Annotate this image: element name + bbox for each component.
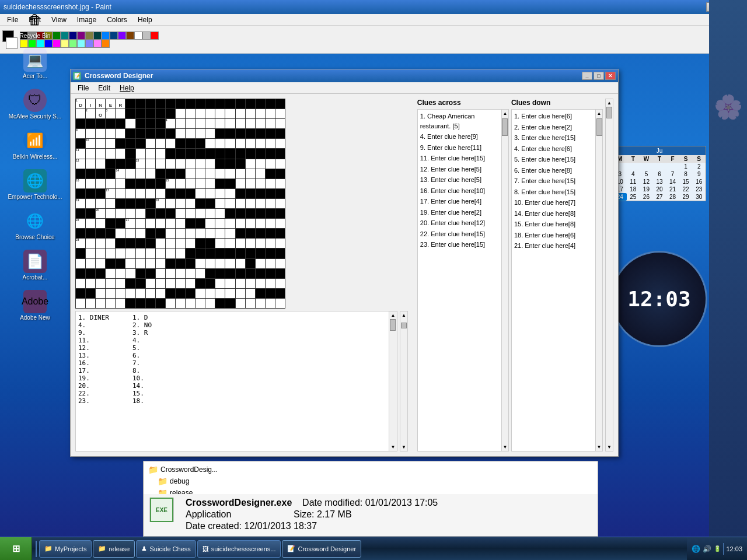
cell-5-12[interactable] — [196, 149, 205, 159]
cell-20-20[interactable] — [275, 298, 285, 308]
cell-15-3[interactable] — [106, 249, 116, 258]
cell-14-8[interactable] — [155, 239, 165, 249]
cell-16-17[interactable] — [245, 258, 255, 268]
clues-outer-scroll-up[interactable]: ▲ — [606, 99, 613, 107]
clue-down-10[interactable]: 10. Enter clue here[7] — [513, 197, 594, 208]
cell-3-10[interactable] — [175, 129, 185, 139]
cell-8-4[interactable] — [116, 178, 125, 188]
wordlist-scrollbar[interactable]: ▲ ▼ — [389, 312, 397, 451]
cell-13-9[interactable] — [165, 229, 175, 239]
clue-down-18[interactable]: 18. Enter clue here[6] — [513, 230, 594, 241]
cell-6-14[interactable] — [215, 159, 225, 169]
across-scroll-up[interactable]: ▲ — [501, 110, 508, 117]
cell-19-7[interactable] — [145, 288, 155, 298]
cell-0-20[interactable] — [275, 99, 285, 109]
cell-0-9[interactable] — [165, 99, 175, 109]
cell-4-18[interactable] — [255, 139, 265, 149]
cell-16-13[interactable] — [205, 258, 215, 268]
cell-10-20[interactable] — [275, 198, 285, 208]
cell-8-15[interactable] — [225, 178, 235, 188]
cell-2-13[interactable] — [205, 119, 215, 129]
cell-18-17[interactable] — [245, 278, 255, 288]
wordlist-scroll-down2[interactable]: ▼ — [400, 443, 407, 451]
cell-17-7[interactable] — [145, 268, 155, 278]
cell-14-4[interactable] — [116, 239, 125, 249]
clue-down-8[interactable]: 8. Enter clue here[15] — [513, 187, 594, 198]
cell-6-3[interactable] — [106, 159, 116, 169]
palette-olive2[interactable] — [85, 32, 93, 40]
clue-down-6[interactable]: 6. Enter clue here[8] — [513, 165, 594, 176]
cell-9-15[interactable] — [225, 188, 235, 198]
clue-across-20[interactable]: 20. Enter clue here[12] — [419, 218, 500, 229]
cell-13-15[interactable] — [225, 229, 235, 239]
palette-navy[interactable] — [69, 32, 77, 40]
cell-20-1[interactable] — [86, 298, 96, 308]
cell-10-7[interactable] — [145, 198, 155, 208]
cell-17-15[interactable] — [225, 268, 235, 278]
cell-19-5[interactable] — [125, 288, 135, 298]
cell-11-5[interactable] — [125, 209, 135, 219]
cell-9-14[interactable] — [215, 188, 225, 198]
cell-16-12[interactable] — [196, 258, 205, 268]
cell-11-0[interactable] — [76, 209, 86, 219]
cell-16-7[interactable] — [145, 258, 155, 268]
cell-13-12[interactable] — [196, 229, 205, 239]
cell-18-1[interactable] — [86, 278, 96, 288]
cell-3-0[interactable]: 9 — [76, 129, 86, 139]
cell-13-18[interactable] — [255, 229, 265, 239]
clues-outer-scroll-down[interactable]: ▼ — [606, 443, 613, 451]
cell-7-17[interactable] — [245, 169, 255, 178]
cell-0-10[interactable] — [175, 99, 185, 109]
palette-orange[interactable] — [102, 40, 110, 48]
cell-9-13[interactable] — [205, 188, 215, 198]
cell-0-11[interactable] — [186, 99, 196, 109]
cell-10-8[interactable]: 18 — [155, 198, 165, 208]
cell-20-7[interactable] — [145, 298, 155, 308]
cell-10-3[interactable] — [106, 198, 116, 208]
cell-17-17[interactable] — [245, 268, 255, 278]
palette-dark-blue[interactable] — [110, 32, 118, 40]
desktop-icon-browse[interactable]: 🌐 Browse Choice — [3, 207, 67, 243]
cell-5-0[interactable]: 11 — [76, 149, 86, 159]
desktop-icon-adobe[interactable]: Adobe Adobe New — [3, 288, 67, 323]
cell-18-8[interactable] — [155, 278, 165, 288]
cell-9-11[interactable] — [186, 188, 196, 198]
cell-17-2[interactable] — [96, 268, 106, 278]
cell-20-17[interactable] — [245, 298, 255, 308]
cell-10-5[interactable] — [125, 198, 135, 208]
cell-1-1[interactable]: 2 — [86, 109, 96, 119]
cell-7-5[interactable] — [125, 169, 135, 178]
cell-12-6[interactable] — [135, 219, 145, 229]
cell-10-9[interactable] — [165, 198, 175, 208]
cell-2-5[interactable] — [125, 119, 135, 129]
taskbar-item-crossword[interactable]: 📝 Crossword Designer — [282, 540, 361, 558]
cell-0-19[interactable] — [265, 99, 275, 109]
cell-20-12[interactable] — [196, 298, 205, 308]
cell-18-3[interactable] — [106, 278, 116, 288]
cell-17-12[interactable] — [196, 268, 205, 278]
down-scroll-thumb[interactable] — [596, 118, 602, 136]
cell-4-11[interactable] — [186, 139, 196, 149]
cell-6-8[interactable] — [155, 159, 165, 169]
cell-5-3[interactable] — [106, 149, 116, 159]
cell-7-16[interactable] — [235, 169, 245, 178]
cell-17-4[interactable] — [116, 268, 125, 278]
cell-4-19[interactable] — [265, 139, 275, 149]
cell-3-19[interactable] — [265, 129, 275, 139]
cell-15-13[interactable] — [205, 249, 215, 258]
cell-2-3[interactable] — [106, 119, 116, 129]
cell-19-13[interactable] — [205, 288, 215, 298]
cell-2-20[interactable] — [275, 119, 285, 129]
cell-5-2[interactable] — [96, 149, 106, 159]
cell-1-12[interactable] — [196, 109, 205, 119]
cell-7-10[interactable] — [175, 169, 185, 178]
cell-9-5[interactable] — [125, 188, 135, 198]
cell-15-15[interactable] — [225, 249, 235, 258]
cell-15-6[interactable] — [135, 249, 145, 258]
cell-13-10[interactable] — [175, 229, 185, 239]
cell-9-17[interactable] — [245, 188, 255, 198]
cell-1-3[interactable]: 3 — [106, 109, 116, 119]
cell-18-6[interactable] — [135, 278, 145, 288]
cell-14-16[interactable] — [235, 239, 245, 249]
clue-down-1[interactable]: 1. Enter clue here[6] — [513, 111, 594, 122]
